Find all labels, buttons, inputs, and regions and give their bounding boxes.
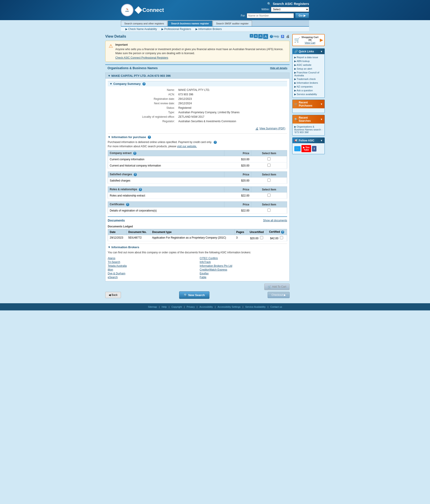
broker-illion[interactable]: illion xyxy=(108,268,195,271)
footer-copyright[interactable]: Copyright xyxy=(171,306,182,308)
add-to-cart-button[interactable]: 🛒 Add To Cart xyxy=(264,284,290,290)
ql-trademark[interactable]: ▶ Trademark check xyxy=(294,77,323,81)
roles-help-icon[interactable]: ? xyxy=(139,188,142,191)
follow-asic-body: 🐦 ▶ YouTube f xyxy=(293,143,325,154)
broker-infotrack[interactable]: InfoTrack xyxy=(200,261,287,264)
visit-website-link[interactable]: visit our website. xyxy=(177,145,197,148)
footer-accessibility[interactable]: Accessibility xyxy=(199,306,213,308)
quick-links-widget: 🔗 Quick Links ▼ ▶ Report a data issue ▶ … xyxy=(292,48,325,98)
certs-help-icon[interactable]: ? xyxy=(126,203,129,206)
detail-row-name: Name: MAKE CAPITAL PTY LTD. xyxy=(108,88,287,92)
important-title: Important xyxy=(115,43,286,46)
youtube-button[interactable]: ▶ YouTube xyxy=(302,145,311,152)
recent-search-item[interactable]: ▶ Organisations & Business Names search … xyxy=(294,125,323,134)
footer-sitemap[interactable]: Sitemap xyxy=(148,306,157,308)
broker-info-brokers-pty[interactable]: Information Brokers Pty Ltd xyxy=(200,264,287,267)
view-cart-link[interactable]: View Cart xyxy=(305,41,315,44)
back-button[interactable]: ◀ Back xyxy=(105,292,121,298)
broker-alaros[interactable]: Alaros xyxy=(108,257,195,260)
historical-company-checkbox[interactable] xyxy=(267,164,271,167)
footer-help[interactable]: Help xyxy=(162,306,167,308)
ql-service-availability[interactable]: ▶ Service availability xyxy=(294,92,323,96)
broker-fable[interactable]: Fable xyxy=(200,276,287,279)
extract-help-icon[interactable]: ? xyxy=(133,152,136,155)
tab-company-search[interactable]: Search company and other registers xyxy=(121,21,167,26)
recent-purchases-widget: 🛒 Recent Purchases ▼ xyxy=(292,99,325,113)
go-button[interactable]: Go ▶ xyxy=(295,13,309,18)
follow-asic-widget: 📢 Follow ASIC ▼ 🐦 ▶ YouTube f xyxy=(292,137,325,154)
search-icon-btn: 🔍 xyxy=(184,293,187,297)
ql-abn-lookup[interactable]: ▶ ABN lookup xyxy=(294,59,323,63)
font-small[interactable]: A xyxy=(250,34,253,38)
broker-telada[interactable]: Telada Australia xyxy=(108,264,195,267)
new-search-button[interactable]: 🔍 New Search xyxy=(179,291,210,299)
ql-report-issue[interactable]: ▶ Report a data issue xyxy=(294,55,323,59)
footer-privacy[interactable]: Privacy xyxy=(187,306,195,308)
current-company-checkbox[interactable] xyxy=(267,157,271,161)
broker-esearch[interactable]: eSearch xyxy=(108,276,195,279)
ql-franchise[interactable]: ▶ Franchise Council of Australia xyxy=(294,71,323,77)
cart-title: Shopping Cart (0) xyxy=(301,36,319,41)
twitter-button[interactable]: 🐦 xyxy=(294,146,301,151)
diamond-logo xyxy=(135,6,142,14)
facebook-button[interactable]: f xyxy=(312,146,316,152)
certified-checkbox[interactable] xyxy=(280,236,283,239)
font-xlarge[interactable]: A xyxy=(263,34,268,39)
show-all-docs-link[interactable]: Show all documents xyxy=(263,219,287,222)
tab-smsf[interactable]: Search SMSF auditor register xyxy=(213,21,252,26)
certified-help-icon[interactable]: ? xyxy=(281,231,284,234)
recent-purchases-header: 🛒 Recent Purchases ▼ xyxy=(293,100,325,108)
hide-all-link[interactable]: Hide all details xyxy=(270,67,287,69)
sub-nav-info-brokers[interactable]: ▶ Information Brokers xyxy=(195,27,222,31)
pdf-icon: 🖨 xyxy=(255,127,258,130)
cart-arrow-icon: ▶ xyxy=(320,38,323,43)
within-select[interactable]: Select xyxy=(271,7,309,12)
broker-grid: Alaros CITEC Confirm Tri-Search InfoTrac… xyxy=(108,257,287,279)
footer-contact-us[interactable]: Contact us xyxy=(270,306,282,308)
roles-checkbox[interactable] xyxy=(267,194,271,197)
company-header[interactable]: ▼ MAKE CAPITAL PTY LTD. ACN 673 903 396 xyxy=(105,73,289,79)
certificates-table: Certificates ? Price Select Item Details… xyxy=(108,201,287,214)
summary-help-icon[interactable]: ? xyxy=(142,82,146,85)
font-large[interactable]: A xyxy=(258,34,263,38)
purchase-help-icon[interactable]: ? xyxy=(148,136,151,139)
search-input[interactable] xyxy=(247,13,294,18)
ql-ask-question[interactable]: ▶ Ask a question xyxy=(294,89,323,92)
footer-accessibility-settings[interactable]: Accessibility Settings xyxy=(218,306,240,308)
ql-setup-alert[interactable]: ▶ Setup an alert xyxy=(294,67,323,71)
tab-business-names[interactable]: Search business names register xyxy=(168,21,212,26)
logo-area: 🦘 ASIC Connect xyxy=(121,4,164,16)
asic-crest: 🦘 ASIC xyxy=(121,4,134,16)
ql-asic-website[interactable]: ▶ ASIC website xyxy=(294,63,323,67)
detail-row-regdate: Registration date: 29/12/2023 xyxy=(108,97,287,101)
broker-tri-search[interactable]: Tri-Search xyxy=(108,261,195,264)
font-medium[interactable]: A xyxy=(254,34,258,38)
purchases-expand-icon[interactable]: ▼ xyxy=(320,103,323,105)
check-professional-link[interactable]: Check ASIC Connect Professional Register… xyxy=(115,56,286,59)
broker-citec[interactable]: CITEC Confirm xyxy=(200,257,287,260)
searches-expand-icon[interactable]: ▼ xyxy=(320,118,323,121)
footer-service-availability[interactable]: Service Availability xyxy=(245,306,265,308)
uncertified-checkbox[interactable] xyxy=(260,236,263,239)
sub-nav-professional[interactable]: ▶ Professional Registers xyxy=(162,27,191,31)
sub-nav-check-name[interactable]: ▶ Check Name Availability xyxy=(125,27,157,31)
satisfied-charges-checkbox[interactable] xyxy=(267,179,271,182)
payment-help-icon[interactable]: ? xyxy=(214,141,217,144)
ql-info-brokers[interactable]: ▶ Information brokers xyxy=(294,81,323,85)
broker-dye-durham[interactable]: Dye & Durham xyxy=(108,272,195,275)
certificates-checkbox[interactable] xyxy=(267,209,271,212)
important-box: ⚠ Important Anyone who sells you a finan… xyxy=(105,41,290,62)
view-summary-pdf[interactable]: 🖨 View Summary (PDF) xyxy=(108,126,287,131)
broker-equifax[interactable]: Equifax xyxy=(200,272,287,275)
accessibility-icon[interactable]: ♿ xyxy=(281,35,284,38)
checkout-button[interactable]: Checkout ▶ xyxy=(268,292,290,298)
charges-help-icon[interactable]: ? xyxy=(134,173,137,176)
ql-nz-companies[interactable]: ▶ NZ companies xyxy=(294,85,323,89)
table-row: 29/12/2023 5EIU48772 Application For Reg… xyxy=(108,235,287,241)
quicklinks-expand-icon[interactable]: ▼ xyxy=(320,50,323,53)
print-icon[interactable]: 🖨 xyxy=(286,35,290,38)
follow-expand-icon[interactable]: ▼ xyxy=(320,139,323,142)
broker-creditorwatch[interactable]: CreditorWatch Express xyxy=(200,268,287,271)
bottom-nav-row: ◀ Back 🔍 New Search Checkout ▶ xyxy=(105,291,290,299)
help-link[interactable]: ? Help xyxy=(270,35,279,38)
